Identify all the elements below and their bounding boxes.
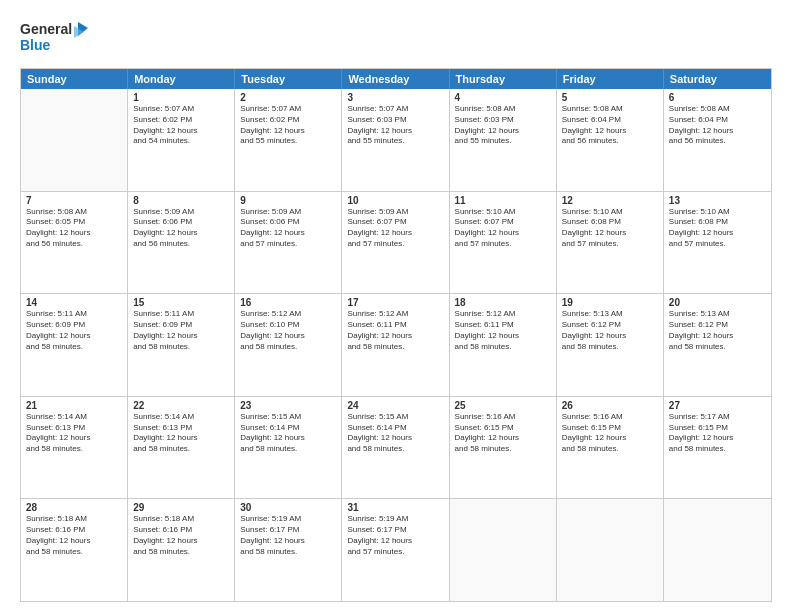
cell-details: Sunrise: 5:07 AM Sunset: 6:02 PM Dayligh…: [240, 104, 336, 147]
header-day: Sunday: [21, 69, 128, 89]
day-number: 9: [240, 195, 336, 206]
logo-svg: General Blue: [20, 18, 90, 60]
calendar-row: 1Sunrise: 5:07 AM Sunset: 6:02 PM Daylig…: [21, 89, 771, 192]
cell-details: Sunrise: 5:08 AM Sunset: 6:03 PM Dayligh…: [455, 104, 551, 147]
calendar-row: 28Sunrise: 5:18 AM Sunset: 6:16 PM Dayli…: [21, 499, 771, 601]
day-number: 15: [133, 297, 229, 308]
cell-details: Sunrise: 5:12 AM Sunset: 6:10 PM Dayligh…: [240, 309, 336, 352]
calendar-cell: 8Sunrise: 5:09 AM Sunset: 6:06 PM Daylig…: [128, 192, 235, 294]
cell-details: Sunrise: 5:16 AM Sunset: 6:15 PM Dayligh…: [455, 412, 551, 455]
logo: General Blue: [20, 18, 90, 60]
cell-details: Sunrise: 5:18 AM Sunset: 6:16 PM Dayligh…: [133, 514, 229, 557]
cell-details: Sunrise: 5:18 AM Sunset: 6:16 PM Dayligh…: [26, 514, 122, 557]
calendar-cell: 27Sunrise: 5:17 AM Sunset: 6:15 PM Dayli…: [664, 397, 771, 499]
cell-details: Sunrise: 5:12 AM Sunset: 6:11 PM Dayligh…: [347, 309, 443, 352]
cell-details: Sunrise: 5:09 AM Sunset: 6:06 PM Dayligh…: [240, 207, 336, 250]
cell-details: Sunrise: 5:15 AM Sunset: 6:14 PM Dayligh…: [240, 412, 336, 455]
calendar-cell: 13Sunrise: 5:10 AM Sunset: 6:08 PM Dayli…: [664, 192, 771, 294]
calendar-cell: [450, 499, 557, 601]
calendar-cell: [557, 499, 664, 601]
calendar-cell: 2Sunrise: 5:07 AM Sunset: 6:02 PM Daylig…: [235, 89, 342, 191]
calendar-cell: 28Sunrise: 5:18 AM Sunset: 6:16 PM Dayli…: [21, 499, 128, 601]
calendar-cell: 1Sunrise: 5:07 AM Sunset: 6:02 PM Daylig…: [128, 89, 235, 191]
day-number: 29: [133, 502, 229, 513]
calendar-cell: 24Sunrise: 5:15 AM Sunset: 6:14 PM Dayli…: [342, 397, 449, 499]
cell-details: Sunrise: 5:17 AM Sunset: 6:15 PM Dayligh…: [669, 412, 766, 455]
calendar-cell: 17Sunrise: 5:12 AM Sunset: 6:11 PM Dayli…: [342, 294, 449, 396]
cell-details: Sunrise: 5:13 AM Sunset: 6:12 PM Dayligh…: [669, 309, 766, 352]
cell-details: Sunrise: 5:08 AM Sunset: 6:04 PM Dayligh…: [669, 104, 766, 147]
calendar-cell: 12Sunrise: 5:10 AM Sunset: 6:08 PM Dayli…: [557, 192, 664, 294]
cell-details: Sunrise: 5:09 AM Sunset: 6:07 PM Dayligh…: [347, 207, 443, 250]
cell-details: Sunrise: 5:08 AM Sunset: 6:04 PM Dayligh…: [562, 104, 658, 147]
day-number: 6: [669, 92, 766, 103]
calendar-cell: 31Sunrise: 5:19 AM Sunset: 6:17 PM Dayli…: [342, 499, 449, 601]
calendar-cell: [21, 89, 128, 191]
day-number: 13: [669, 195, 766, 206]
calendar-cell: 7Sunrise: 5:08 AM Sunset: 6:05 PM Daylig…: [21, 192, 128, 294]
calendar-cell: 26Sunrise: 5:16 AM Sunset: 6:15 PM Dayli…: [557, 397, 664, 499]
header-day: Thursday: [450, 69, 557, 89]
cell-details: Sunrise: 5:10 AM Sunset: 6:07 PM Dayligh…: [455, 207, 551, 250]
day-number: 14: [26, 297, 122, 308]
calendar-cell: [664, 499, 771, 601]
calendar-cell: 15Sunrise: 5:11 AM Sunset: 6:09 PM Dayli…: [128, 294, 235, 396]
calendar-cell: 16Sunrise: 5:12 AM Sunset: 6:10 PM Dayli…: [235, 294, 342, 396]
day-number: 20: [669, 297, 766, 308]
cell-details: Sunrise: 5:07 AM Sunset: 6:03 PM Dayligh…: [347, 104, 443, 147]
day-number: 4: [455, 92, 551, 103]
calendar-cell: 25Sunrise: 5:16 AM Sunset: 6:15 PM Dayli…: [450, 397, 557, 499]
day-number: 10: [347, 195, 443, 206]
calendar-cell: 6Sunrise: 5:08 AM Sunset: 6:04 PM Daylig…: [664, 89, 771, 191]
calendar-cell: 21Sunrise: 5:14 AM Sunset: 6:13 PM Dayli…: [21, 397, 128, 499]
calendar-cell: 23Sunrise: 5:15 AM Sunset: 6:14 PM Dayli…: [235, 397, 342, 499]
calendar-row: 14Sunrise: 5:11 AM Sunset: 6:09 PM Dayli…: [21, 294, 771, 397]
calendar-cell: 4Sunrise: 5:08 AM Sunset: 6:03 PM Daylig…: [450, 89, 557, 191]
calendar-cell: 30Sunrise: 5:19 AM Sunset: 6:17 PM Dayli…: [235, 499, 342, 601]
svg-text:Blue: Blue: [20, 37, 51, 53]
cell-details: Sunrise: 5:19 AM Sunset: 6:17 PM Dayligh…: [347, 514, 443, 557]
day-number: 28: [26, 502, 122, 513]
cell-details: Sunrise: 5:14 AM Sunset: 6:13 PM Dayligh…: [26, 412, 122, 455]
day-number: 8: [133, 195, 229, 206]
day-number: 3: [347, 92, 443, 103]
cell-details: Sunrise: 5:10 AM Sunset: 6:08 PM Dayligh…: [669, 207, 766, 250]
calendar-cell: 22Sunrise: 5:14 AM Sunset: 6:13 PM Dayli…: [128, 397, 235, 499]
cell-details: Sunrise: 5:09 AM Sunset: 6:06 PM Dayligh…: [133, 207, 229, 250]
cell-details: Sunrise: 5:11 AM Sunset: 6:09 PM Dayligh…: [133, 309, 229, 352]
day-number: 11: [455, 195, 551, 206]
svg-text:General: General: [20, 21, 72, 37]
header-day: Wednesday: [342, 69, 449, 89]
day-number: 27: [669, 400, 766, 411]
day-number: 18: [455, 297, 551, 308]
calendar-body: 1Sunrise: 5:07 AM Sunset: 6:02 PM Daylig…: [21, 89, 771, 601]
cell-details: Sunrise: 5:11 AM Sunset: 6:09 PM Dayligh…: [26, 309, 122, 352]
cell-details: Sunrise: 5:07 AM Sunset: 6:02 PM Dayligh…: [133, 104, 229, 147]
day-number: 12: [562, 195, 658, 206]
calendar-row: 7Sunrise: 5:08 AM Sunset: 6:05 PM Daylig…: [21, 192, 771, 295]
page: General Blue SundayMondayTuesdayWednesda…: [0, 0, 792, 612]
calendar-cell: 3Sunrise: 5:07 AM Sunset: 6:03 PM Daylig…: [342, 89, 449, 191]
day-number: 2: [240, 92, 336, 103]
day-number: 25: [455, 400, 551, 411]
calendar-cell: 20Sunrise: 5:13 AM Sunset: 6:12 PM Dayli…: [664, 294, 771, 396]
day-number: 24: [347, 400, 443, 411]
header: General Blue: [20, 18, 772, 60]
header-day: Saturday: [664, 69, 771, 89]
day-number: 30: [240, 502, 336, 513]
day-number: 1: [133, 92, 229, 103]
header-day: Friday: [557, 69, 664, 89]
cell-details: Sunrise: 5:19 AM Sunset: 6:17 PM Dayligh…: [240, 514, 336, 557]
calendar-cell: 11Sunrise: 5:10 AM Sunset: 6:07 PM Dayli…: [450, 192, 557, 294]
cell-details: Sunrise: 5:08 AM Sunset: 6:05 PM Dayligh…: [26, 207, 122, 250]
day-number: 22: [133, 400, 229, 411]
day-number: 17: [347, 297, 443, 308]
calendar-cell: 29Sunrise: 5:18 AM Sunset: 6:16 PM Dayli…: [128, 499, 235, 601]
calendar-cell: 5Sunrise: 5:08 AM Sunset: 6:04 PM Daylig…: [557, 89, 664, 191]
day-number: 31: [347, 502, 443, 513]
day-number: 7: [26, 195, 122, 206]
calendar-cell: 18Sunrise: 5:12 AM Sunset: 6:11 PM Dayli…: [450, 294, 557, 396]
calendar-cell: 9Sunrise: 5:09 AM Sunset: 6:06 PM Daylig…: [235, 192, 342, 294]
cell-details: Sunrise: 5:14 AM Sunset: 6:13 PM Dayligh…: [133, 412, 229, 455]
calendar-cell: 10Sunrise: 5:09 AM Sunset: 6:07 PM Dayli…: [342, 192, 449, 294]
